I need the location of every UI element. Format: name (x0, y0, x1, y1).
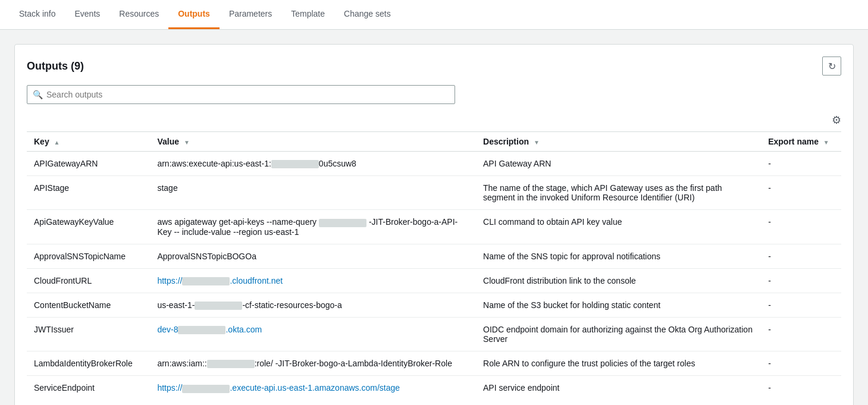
table-row: APIGatewayARNarn:aws:execute-api:us-east… (27, 152, 841, 176)
panel-header: Outputs (9) ↻ (27, 56, 841, 76)
cell-key: APIStage (27, 176, 150, 210)
sort-desc-icon-value: ▼ (184, 139, 190, 146)
table-row: JWTIssuerdev-8.okta.comOIDC endpoint dom… (27, 318, 841, 351)
tab-events[interactable]: Events (65, 0, 109, 29)
table-row: APIStagestageThe name of the stage, whic… (27, 176, 841, 210)
cell-key: CloudFrontURL (27, 268, 150, 293)
cell-key: ServiceEndpoint (27, 376, 150, 400)
table-row: LambdaIdentityBrokerRolearn:aws:iam:::ro… (27, 351, 841, 376)
cell-export-name: - (761, 318, 841, 351)
value-link[interactable]: https://.cloudfront.net (157, 276, 283, 285)
outputs-table: Key ▲ Value ▼ Description ▼ Export name … (27, 131, 841, 400)
cell-description: API service endpoint (476, 376, 761, 400)
table-row: ApprovalSNSTopicNameApprovalSNSTopicBOGO… (27, 244, 841, 268)
cell-description: CloudFront distribution link to the cons… (476, 268, 761, 293)
cell-key: JWTIssuer (27, 318, 150, 351)
cell-export-name: - (761, 293, 841, 317)
cell-description: Role ARN to configure the trust policies… (476, 351, 761, 376)
settings-row: ⚙ (27, 114, 841, 127)
cell-value: https://.execute-api.us-east-1.amazonaws… (150, 376, 476, 400)
search-input[interactable] (27, 85, 455, 104)
cell-export-name: - (761, 244, 841, 268)
cell-key: LambdaIdentityBrokerRole (27, 351, 150, 376)
table-row: ContentBucketNameus-east-1--cf-static-re… (27, 293, 841, 317)
cell-value: us-east-1--cf-static-resources-bogo-a (150, 293, 476, 317)
cell-description: Name of the S3 bucket for holding static… (476, 293, 761, 317)
outputs-panel: Outputs (9) ↻ 🔍 ⚙ Key ▲ (14, 44, 854, 405)
table-row: ServiceEndpointhttps://.execute-api.us-e… (27, 376, 841, 400)
cell-value: arn:aws:iam:::role/ -JIT-Broker-bogo-a-L… (150, 351, 476, 376)
value-link[interactable]: dev-8.okta.com (157, 325, 262, 334)
tab-change-sets[interactable]: Change sets (334, 0, 400, 29)
search-icon: 🔍 (33, 90, 43, 99)
cell-description: OIDC endpoint domain for authorizing aga… (476, 318, 761, 351)
cell-export-name: - (761, 351, 841, 376)
cell-value: arn:aws:execute-api:us-east-1:0u5csuw8 (150, 152, 476, 176)
cell-key: ContentBucketName (27, 293, 150, 317)
top-navigation: Stack info Events Resources Outputs Para… (0, 0, 868, 30)
table-row: ApiGatewayKeyValueaws apigateway get-api… (27, 210, 841, 244)
settings-button[interactable]: ⚙ (832, 114, 841, 127)
cell-description: CLI command to obtain API key value (476, 210, 761, 244)
tab-stack-info[interactable]: Stack info (10, 0, 65, 29)
cell-value: dev-8.okta.com (150, 318, 476, 351)
cell-key: ApiGatewayKeyValue (27, 210, 150, 244)
cell-key: APIGatewayARN (27, 152, 150, 176)
cell-value: stage (150, 176, 476, 210)
tab-template[interactable]: Template (281, 0, 334, 29)
gear-icon: ⚙ (832, 114, 841, 126)
tab-resources[interactable]: Resources (109, 0, 168, 29)
table-row: CloudFrontURLhttps://.cloudfront.netClou… (27, 268, 841, 293)
panel-title: Outputs (9) (27, 60, 84, 73)
cell-description: The name of the stage, which API Gateway… (476, 176, 761, 210)
col-header-value[interactable]: Value ▼ (150, 132, 476, 152)
cell-value: aws apigateway get-api-keys --name-query… (150, 210, 476, 244)
col-header-key[interactable]: Key ▲ (27, 132, 150, 152)
cell-export-name: - (761, 176, 841, 210)
col-header-export-name[interactable]: Export name ▼ (761, 132, 841, 152)
cell-export-name: - (761, 210, 841, 244)
table-header-row: Key ▲ Value ▼ Description ▼ Export name … (27, 132, 841, 152)
refresh-button[interactable]: ↻ (822, 56, 841, 76)
cell-key: ApprovalSNSTopicName (27, 244, 150, 268)
tab-parameters[interactable]: Parameters (220, 0, 281, 29)
cell-export-name: - (761, 376, 841, 400)
sort-desc-icon-export: ▼ (823, 139, 829, 146)
cell-value: https://.cloudfront.net (150, 268, 476, 293)
main-content: Outputs (9) ↻ 🔍 ⚙ Key ▲ (0, 30, 868, 405)
cell-export-name: - (761, 152, 841, 176)
cell-description: API Gateway ARN (476, 152, 761, 176)
cell-description: Name of the SNS topic for approval notif… (476, 244, 761, 268)
sort-desc-icon-desc: ▼ (534, 139, 540, 146)
search-container: 🔍 (27, 85, 455, 104)
refresh-icon: ↻ (828, 61, 836, 72)
col-header-description[interactable]: Description ▼ (476, 132, 761, 152)
tab-outputs[interactable]: Outputs (168, 0, 220, 29)
value-link[interactable]: https://.execute-api.us-east-1.amazonaws… (157, 383, 400, 393)
cell-export-name: - (761, 268, 841, 293)
sort-asc-icon: ▲ (54, 139, 60, 146)
cell-value: ApprovalSNSTopicBOGOa (150, 244, 476, 268)
